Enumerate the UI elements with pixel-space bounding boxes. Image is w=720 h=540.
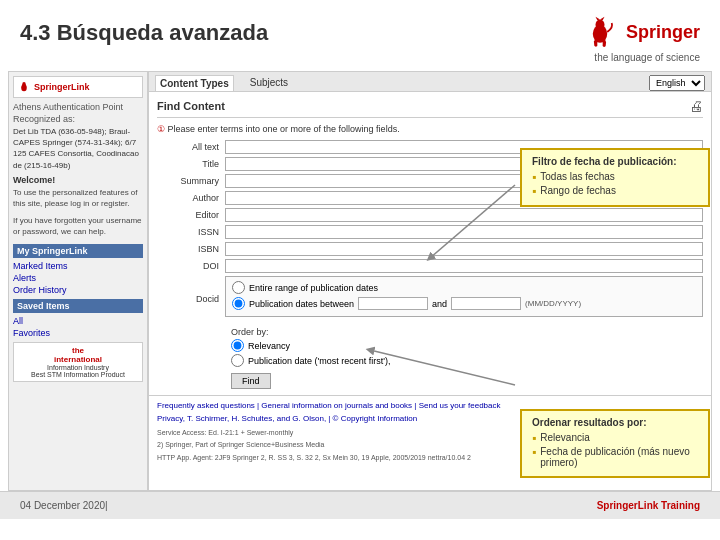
springer-horse-icon <box>582 14 618 50</box>
callout-fecha-text-1: Todas las fechas <box>540 171 615 182</box>
order-relevancy-label: Relevancy <box>248 341 290 351</box>
and-label: and <box>432 299 447 309</box>
radio-date-between-input[interactable] <box>232 297 245 310</box>
sidebar-logo: SpringerLink <box>13 76 143 98</box>
input-isbn[interactable] <box>225 242 703 256</box>
label-isbn: ISBN <box>157 244 225 254</box>
order-radio-relevancy: Relevancy <box>231 339 703 352</box>
radio-pubdate[interactable] <box>231 354 244 367</box>
sidebar-recognized-label: Recognized as: <box>13 114 143 124</box>
find-content: Find Content 🖨 Please enter terms into o… <box>149 92 711 395</box>
language-dropdown[interactable]: English <box>649 75 705 91</box>
callout-ordenar-item-2: ▪ Fecha de publicación (más nuevo primer… <box>532 446 698 468</box>
form-row-issn: ISSN <box>157 225 703 239</box>
input-doi[interactable] <box>225 259 703 273</box>
sidebar-horse-icon <box>17 80 31 94</box>
label-doi: DOI <box>157 261 225 271</box>
callout-fecha-text-2: Rango de fechas <box>540 185 616 196</box>
label-author: Author <box>157 193 225 203</box>
header: 4.3 Búsqueda avanzada <box>0 0 720 71</box>
sidebar-welcome: Welcome! <box>13 175 143 185</box>
radio-entire-range: Entire range of publication dates <box>232 281 696 294</box>
language-selector[interactable]: English <box>649 75 705 91</box>
sidebar-forgot: If you have forgotten your username or p… <box>13 215 143 237</box>
svg-rect-2 <box>596 23 603 27</box>
entire-range-label: Entire range of publication dates <box>249 283 378 293</box>
form-row-docid: Docid Entire range of publication dates … <box>157 276 703 321</box>
callout-fecha: Filtro de fecha de publicación: ▪ Todas … <box>520 148 710 207</box>
date-between-label: Publication dates between <box>249 299 354 309</box>
sidebar-recognized-text: Det Lib TDA (636-05-948); Braul-CAPES Sp… <box>13 126 143 171</box>
sidebar-ad-text: Information IndustryBest STM Information… <box>17 364 139 378</box>
date-range-box: Entire range of publication dates Public… <box>225 276 703 317</box>
radio-relevancy[interactable] <box>231 339 244 352</box>
content-nav: Content Types Subjects English <box>149 72 711 92</box>
sidebar-alerts[interactable]: Alerts <box>13 273 143 283</box>
find-content-title: Find Content <box>157 100 225 112</box>
sidebar-marked-items[interactable]: Marked Items <box>13 261 143 271</box>
sidebar-athens-label: Athens Authentication Point <box>13 102 143 112</box>
find-content-header: Find Content 🖨 <box>157 98 703 118</box>
springer-brand-name: Springer <box>626 22 700 43</box>
footer-springer: Springer <box>597 500 638 511</box>
sidebar: SpringerLink Athens Authentication Point… <box>8 71 148 491</box>
sidebar-favorites[interactable]: Favorites <box>13 328 143 338</box>
label-summary: Summary <box>157 176 225 186</box>
form-row-doi: DOI <box>157 259 703 273</box>
sidebar-all[interactable]: All <box>13 316 143 326</box>
footer: 04 December 2020| SpringerLink Training <box>0 491 720 519</box>
order-pubdate-label: Publication date ('most recent first'), <box>248 356 391 366</box>
footer-date: 04 December 2020| <box>20 500 108 511</box>
springer-tagline: the language of science <box>594 52 700 63</box>
bullet-icon-4: ▪ <box>532 446 536 458</box>
bullet-icon-3: ▪ <box>532 432 536 444</box>
input-issn[interactable] <box>225 225 703 239</box>
find-button[interactable]: Find <box>231 373 271 389</box>
nav-content-types[interactable]: Content Types <box>155 75 234 91</box>
label-alltext: All text <box>157 142 225 152</box>
callout-ordenar: Ordenar resultados por: ▪ Relevancia ▪ F… <box>520 409 710 478</box>
label-editor: Editor <box>157 210 225 220</box>
sidebar-info: To use the personalized features of this… <box>13 187 143 209</box>
springer-logo-area: Springer the language of science <box>582 14 700 63</box>
sidebar-ad: theinternational Information IndustryBes… <box>13 342 143 382</box>
svg-point-10 <box>22 82 26 86</box>
callout-fecha-title: Filtro de fecha de publicación: <box>532 156 698 167</box>
footer-logo: SpringerLink Training <box>597 500 700 511</box>
sidebar-saved-items: Saved Items <box>13 299 143 313</box>
sidebar-my-springer: My SpringerLink <box>13 244 143 258</box>
callout-ordenar-text-1: Relevancia <box>540 432 589 443</box>
sidebar-logo-text: SpringerLink <box>34 82 90 92</box>
radio-date-between: Publication dates between and (MM/DD/YYY… <box>232 297 696 310</box>
sidebar-order-history[interactable]: Order History <box>13 285 143 295</box>
form-row-editor: Editor <box>157 208 703 222</box>
sidebar-ad-title: theinternational <box>17 346 139 364</box>
label-issn: ISSN <box>157 227 225 237</box>
date-from-input[interactable] <box>358 297 428 310</box>
date-hint: (MM/DD/YYYY) <box>525 299 581 308</box>
form-row-isbn: ISBN <box>157 242 703 256</box>
nav-subjects[interactable]: Subjects <box>246 75 292 91</box>
callout-ordenar-title: Ordenar resultados por: <box>532 417 698 428</box>
callout-fecha-item-2: ▪ Rango de fechas <box>532 185 698 197</box>
order-label: Order by: <box>231 327 703 337</box>
label-docid: Docid <box>157 294 225 304</box>
callout-ordenar-text-2: Fecha de publicación (más nuevo primero) <box>540 446 698 468</box>
bullet-icon-1: ▪ <box>532 171 536 183</box>
input-editor[interactable] <box>225 208 703 222</box>
order-section: Order by: Relevancy Publication date ('m… <box>231 327 703 367</box>
page-title: 4.3 Búsqueda avanzada <box>20 20 268 46</box>
date-to-input[interactable] <box>451 297 521 310</box>
find-btn-row: Find <box>231 373 703 389</box>
bullet-icon-2: ▪ <box>532 185 536 197</box>
springer-logo: Springer <box>582 14 700 50</box>
label-title: Title <box>157 159 225 169</box>
callout-fecha-item-1: ▪ Todas las fechas <box>532 171 698 183</box>
callout-ordenar-item-1: ▪ Relevancia <box>532 432 698 444</box>
order-radio-pubdate: Publication date ('most recent first'), <box>231 354 703 367</box>
radio-entire-range-input[interactable] <box>232 281 245 294</box>
footer-training: Link Training <box>638 500 700 511</box>
find-instruction: Please enter terms into one or more of t… <box>157 124 703 134</box>
print-icon[interactable]: 🖨 <box>689 98 703 114</box>
